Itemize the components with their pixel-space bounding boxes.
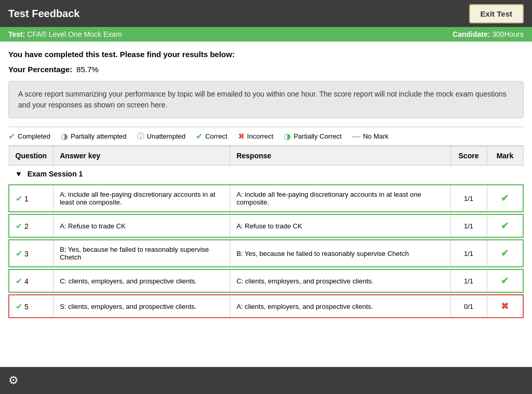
question-status-icon: ✔ xyxy=(16,194,22,203)
legend-no-mark: — No Mark xyxy=(352,132,389,141)
score-report-box: A score report summarizing your performa… xyxy=(8,81,524,118)
table-row: ✔ 3 B: Yes, because he failed to reasona… xyxy=(9,240,523,267)
mark-icon-correct: ✔ xyxy=(501,221,509,231)
settings-gear-icon[interactable]: ⚙ xyxy=(8,374,19,387)
score-report-text: A score report summarizing your performa… xyxy=(18,90,507,109)
question-number: 4 xyxy=(24,277,29,286)
answer-key-cell: C: clients, employers, and prospective c… xyxy=(54,269,230,292)
test-info: Test: CFA® Level One Mock Exam xyxy=(8,30,122,38)
score-cell: 1/1 xyxy=(450,269,487,292)
question-number-cell: ✔ 4 xyxy=(9,269,54,292)
col-response: Response xyxy=(230,146,450,166)
test-name: CFA® Level One Mock Exam xyxy=(27,30,122,38)
answer-key-cell: A: Refuse to trade CK xyxy=(54,214,230,237)
mark-icon-incorrect: ✖ xyxy=(501,301,509,311)
percentage-value: 85.7% xyxy=(76,65,99,74)
candidate-info: Candidate: 300Hours xyxy=(453,30,524,38)
results-table: Question Answer key Response Score Mark … xyxy=(8,146,524,318)
mark-icon-correct: ✔ xyxy=(501,248,509,259)
info-bar: Test: CFA® Level One Mock Exam Candidate… xyxy=(0,27,532,42)
score-cell: 1/1 xyxy=(450,240,487,267)
response-cell: B: Yes, because he failed to reasonably … xyxy=(230,240,450,267)
mark-icon-correct: ✔ xyxy=(501,193,509,203)
incorrect-label: Incorrect xyxy=(247,132,274,140)
answer-key-cell: S: clients, employers, and prospective c… xyxy=(54,295,230,318)
table-header-row: Question Answer key Response Score Mark xyxy=(9,146,523,166)
unattempted-label: Unattempted xyxy=(147,132,185,140)
partially-correct-label: Partially Correct xyxy=(294,132,341,140)
percentage-label: Your Percentage: xyxy=(8,65,72,74)
table-row: ✔ 2 A: Refuse to trade CK A: Refuse to t… xyxy=(9,214,523,237)
incorrect-icon: ✖ xyxy=(238,131,245,141)
mark-cell: ✔ xyxy=(487,185,523,212)
candidate-name: 300Hours xyxy=(492,30,524,38)
score-cell: 1/1 xyxy=(450,214,487,237)
completion-message: You have completed this test. Please fin… xyxy=(8,50,524,59)
question-number-cell: ✔ 1 xyxy=(9,185,54,212)
partially-attempted-icon: ◑ xyxy=(61,131,68,141)
page-title: Test Feedback xyxy=(8,8,79,20)
mark-icon-correct: ✔ xyxy=(501,276,509,286)
partially-correct-icon: ◑ xyxy=(284,131,291,141)
question-status-icon: ✔ xyxy=(16,302,22,311)
answer-key-cell: B: Yes, because he failed to reasonably … xyxy=(54,240,230,267)
question-number: 2 xyxy=(24,222,29,230)
col-answer-key: Answer key xyxy=(54,146,230,166)
results-table-container: Question Answer key Response Score Mark … xyxy=(8,146,524,318)
header: Test Feedback Exit Test xyxy=(0,0,532,27)
legend-unattempted: ⓘ Unattempted xyxy=(137,132,185,141)
answer-key-cell: A: include all fee-paying discretionary … xyxy=(54,185,230,212)
session-label: ▼ Exam Session 1 xyxy=(9,166,523,183)
question-number: 3 xyxy=(24,250,29,258)
candidate-label: Candidate: xyxy=(453,30,490,38)
response-cell: A: Refuse to trade CK xyxy=(230,214,450,237)
mark-cell: ✔ xyxy=(487,214,523,237)
mark-cell: ✔ xyxy=(487,269,523,292)
completed-label: Completed xyxy=(18,132,50,140)
table-row: ✔ 5 S: clients, employers, and prospecti… xyxy=(9,295,523,318)
legend-partially-correct: ◑ Partially Correct xyxy=(284,131,341,141)
correct-icon: ✔ xyxy=(196,131,203,141)
no-mark-label: No Mark xyxy=(363,132,389,140)
question-number: 5 xyxy=(24,303,29,311)
response-cell: A: include all fee-paying discretionary … xyxy=(230,185,450,212)
question-number-cell: ✔ 5 xyxy=(9,295,54,318)
completed-icon: ✔ xyxy=(8,131,15,141)
question-status-icon: ✔ xyxy=(16,222,22,230)
question-status-icon: ✔ xyxy=(16,249,22,258)
exam-session-header: ▼ Exam Session 1 xyxy=(9,166,523,183)
col-mark: Mark xyxy=(487,146,523,166)
unattempted-icon: ⓘ xyxy=(137,132,144,141)
score-cell: 0/1 xyxy=(450,295,487,318)
partially-attempted-label: Partially attempted xyxy=(71,132,127,140)
table-row: ✔ 1 A: include all fee-paying discretion… xyxy=(9,185,523,212)
no-mark-icon: — xyxy=(352,132,361,141)
percentage-row: Your Percentage: 85.7% xyxy=(8,65,524,74)
legend-correct: ✔ Correct xyxy=(196,131,228,141)
question-status-icon: ✔ xyxy=(16,277,22,286)
legend-partially-attempted: ◑ Partially attempted xyxy=(61,131,127,141)
question-number-cell: ✔ 3 xyxy=(9,240,54,267)
session-toggle[interactable]: ▼ xyxy=(15,170,22,178)
score-cell: 1/1 xyxy=(450,185,487,212)
legend: ✔ Completed ◑ Partially attempted ⓘ Unat… xyxy=(8,127,524,146)
table-row: ✔ 4 C: clients, employers, and prospecti… xyxy=(9,269,523,292)
legend-incorrect: ✖ Incorrect xyxy=(238,131,274,141)
mark-cell: ✖ xyxy=(487,295,523,318)
correct-label: Correct xyxy=(205,132,228,140)
main-content: You have completed this test. Please fin… xyxy=(0,42,532,327)
response-cell: A: clients, employers, and prospective c… xyxy=(230,295,450,318)
question-number: 1 xyxy=(24,195,29,203)
col-question: Question xyxy=(9,146,54,166)
mark-cell: ✔ xyxy=(487,240,523,267)
legend-completed: ✔ Completed xyxy=(8,131,50,141)
bottom-bar: ⚙ xyxy=(0,367,532,394)
col-score: Score xyxy=(450,146,487,166)
response-cell: C: clients, employers, and prospective c… xyxy=(230,269,450,292)
question-number-cell: ✔ 2 xyxy=(9,214,54,237)
test-label: Test: xyxy=(8,30,25,38)
exit-test-button[interactable]: Exit Test xyxy=(469,4,524,23)
